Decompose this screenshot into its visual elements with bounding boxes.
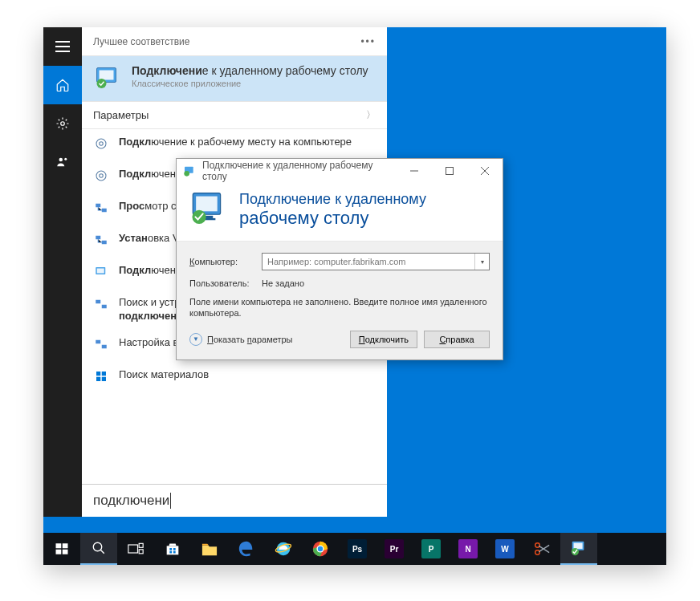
pub-icon: P [421, 539, 441, 558]
hamburger-icon [55, 41, 70, 52]
more-options-button[interactable]: ••• [360, 36, 376, 47]
computer-input[interactable]: Например: computer.fabrikam.com [262, 254, 474, 270]
result-text: Подключение к рабочему месту на компьюте… [119, 136, 352, 149]
ie-icon [275, 540, 292, 558]
rdp-taskbar-icon [570, 539, 588, 557]
computer-combobox[interactable]: Например: computer.fabrikam.com ▾ [262, 253, 490, 270]
close-button[interactable] [467, 159, 503, 183]
user-label: Пользователь: [189, 278, 254, 288]
maximize-icon [446, 167, 454, 175]
chrome-button[interactable] [302, 533, 339, 565]
rdp-result-icon [93, 264, 109, 280]
banner-line-1: Подключение к удаленному [239, 191, 426, 208]
parameters-header[interactable]: Параметры 〉 [82, 102, 387, 129]
svg-rect-48 [574, 543, 583, 549]
svg-point-45 [535, 543, 540, 548]
home-icon [55, 78, 70, 92]
windows-icon [55, 542, 69, 556]
best-match-subtitle: Классическое приложение [132, 79, 368, 88]
text-cursor [170, 493, 171, 509]
svg-rect-17 [102, 305, 107, 309]
search-panel-header: Лучшее соответствие ••• [82, 27, 387, 56]
settings-result-icon [93, 136, 109, 152]
search-icon [92, 541, 106, 555]
window-title: Подключение к удаленному рабочему столу [202, 160, 397, 182]
svg-rect-12 [96, 236, 100, 240]
svg-rect-20 [96, 372, 100, 376]
taskbar: Ps Pr P N W [43, 533, 666, 565]
start-button[interactable] [43, 533, 80, 565]
start-sidebar [43, 27, 82, 517]
show-options-link[interactable]: ▼ Показать параметры [189, 333, 344, 346]
help-button[interactable]: Справка [424, 331, 490, 348]
best-match-label: Лучшее соответствие [93, 36, 189, 47]
rdp-banner-icon [188, 189, 228, 229]
best-match-item[interactable]: Подключение к удаленному рабочему столу … [82, 56, 387, 102]
maximize-button[interactable] [432, 159, 467, 183]
rdp-taskbar-button[interactable] [560, 533, 597, 565]
svg-rect-16 [96, 300, 100, 304]
settings-button[interactable] [43, 104, 82, 143]
svg-rect-38 [139, 543, 143, 547]
premiere-button[interactable]: Pr [376, 533, 413, 565]
edge-button[interactable] [228, 533, 265, 565]
taskview-button[interactable] [117, 533, 154, 565]
chrome-icon [311, 540, 329, 558]
dropdown-button[interactable]: ▾ [474, 254, 489, 270]
taskview-icon [128, 542, 144, 555]
best-match-title: Подключение к удаленному рабочему столу [132, 64, 368, 77]
result-text: Поиск материалов [119, 368, 209, 382]
titlebar[interactable]: Подключение к удаленному рабочему столу [177, 159, 503, 183]
svg-rect-34 [56, 550, 62, 554]
publisher-button[interactable]: P [413, 533, 450, 565]
rdp-dialog: Подключение к удаленному рабочему столу … [176, 158, 503, 360]
search-input[interactable]: подключени [82, 484, 387, 517]
svg-point-8 [96, 171, 106, 181]
people-button[interactable] [43, 143, 82, 181]
svg-rect-35 [63, 550, 68, 554]
edge-icon [238, 540, 255, 558]
minimize-button[interactable] [397, 159, 432, 183]
svg-rect-10 [96, 204, 100, 208]
svg-rect-33 [63, 543, 68, 548]
rdp-app-icon [93, 64, 122, 93]
parameters-label: Параметры [93, 109, 149, 121]
svg-point-1 [59, 158, 63, 162]
home-button[interactable] [43, 66, 82, 104]
word-button[interactable]: W [486, 533, 523, 565]
result-item[interactable]: Подключение к рабочему месту на компьюте… [82, 129, 387, 161]
chevron-right-icon: 〉 [366, 108, 376, 122]
svg-rect-18 [96, 340, 100, 344]
svg-rect-13 [102, 241, 107, 245]
chevron-down-icon: ▾ [481, 258, 484, 266]
svg-rect-22 [96, 377, 100, 381]
photoshop-button[interactable]: Ps [339, 533, 376, 565]
snip-button[interactable] [523, 533, 560, 565]
svg-point-0 [61, 122, 65, 126]
svg-rect-4 [100, 71, 114, 80]
pr-icon: Pr [385, 539, 404, 558]
folder-icon [201, 541, 218, 557]
connect-button[interactable]: Подключить [350, 331, 417, 348]
svg-rect-26 [446, 168, 454, 175]
network-result-icon [93, 232, 109, 248]
hint-text: Поле имени компьютера не заполнено. Введ… [189, 296, 490, 319]
minimize-icon [410, 167, 418, 175]
explorer-button[interactable] [191, 533, 228, 565]
settings-result-icon [93, 168, 109, 184]
search-input-value: подключени [93, 493, 169, 509]
banner-line-2: рабочему столу [239, 208, 426, 229]
onenote-button[interactable]: N [450, 533, 486, 565]
hamburger-button[interactable] [43, 27, 82, 66]
store-icon [164, 540, 181, 558]
svg-rect-37 [128, 545, 138, 553]
ie-button[interactable] [265, 533, 302, 565]
store-button[interactable] [154, 533, 191, 565]
rdp-banner: Подключение к удаленному рабочему столу [177, 183, 503, 242]
search-taskbar-button[interactable] [80, 533, 117, 565]
computer-label: Компьютер: [189, 257, 254, 266]
result-item[interactable]: Поиск материалов [82, 362, 387, 394]
svg-point-9 [100, 174, 104, 178]
troubleshoot-result-icon [93, 296, 109, 312]
close-icon [481, 167, 489, 175]
